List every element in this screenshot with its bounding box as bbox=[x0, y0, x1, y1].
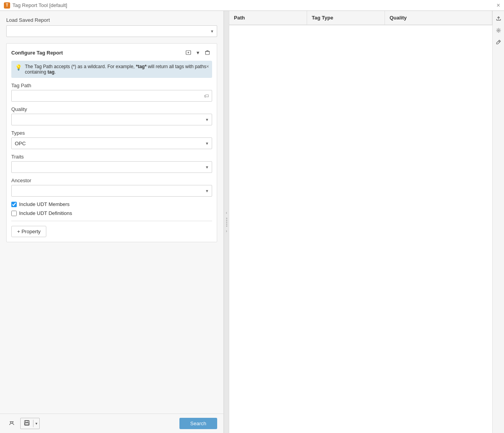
types-group: Types OPC ▼ bbox=[11, 130, 212, 149]
svg-line-16 bbox=[499, 41, 500, 42]
configure-dropdown-button[interactable]: ▾ bbox=[195, 48, 201, 57]
svg-rect-10 bbox=[25, 423, 29, 425]
configure-add-button[interactable] bbox=[184, 49, 193, 56]
ancestor-select[interactable] bbox=[11, 185, 212, 197]
column-tag-type: Tag Type bbox=[307, 11, 385, 25]
table-header: Path Tag Type Quality bbox=[229, 11, 492, 25]
app-icon: T bbox=[4, 2, 10, 9]
info-banner: 💡 The Tag Path accepts (*) as a wildcard… bbox=[11, 61, 212, 78]
load-saved-report-label: Load Saved Report bbox=[6, 17, 217, 23]
traits-label: Traits bbox=[11, 154, 212, 160]
right-toolbar bbox=[492, 11, 504, 433]
clear-button[interactable] bbox=[6, 418, 17, 429]
property-button-label: + Property bbox=[17, 229, 40, 234]
include-udt-members-label[interactable]: Include UDT Members bbox=[19, 201, 70, 207]
configure-section: Configure Tag Report ▾ bbox=[6, 43, 217, 242]
collapse-left-icon[interactable]: ‹ bbox=[226, 210, 227, 216]
tag-path-label: Tag Path bbox=[11, 83, 212, 88]
quality-label: Quality bbox=[11, 106, 212, 112]
property-button[interactable]: + Property bbox=[11, 226, 46, 237]
edit-button[interactable] bbox=[494, 37, 503, 47]
load-saved-report-select[interactable] bbox=[6, 25, 217, 37]
tag-path-input-wrapper: 🏷 bbox=[11, 90, 212, 102]
quality-select[interactable] bbox=[11, 114, 212, 125]
splitter-handle bbox=[226, 218, 227, 227]
types-select[interactable]: OPC bbox=[11, 137, 212, 149]
left-panel-content: Load Saved Report ▼ Configure Tag Report bbox=[0, 11, 223, 414]
configure-delete-button[interactable] bbox=[203, 49, 212, 56]
types-select-wrapper: OPC ▼ bbox=[11, 137, 212, 149]
include-udt-definitions-checkbox[interactable] bbox=[11, 211, 17, 216]
panel-splitter[interactable]: ‹ › bbox=[224, 11, 229, 433]
configure-title: Configure Tag Report bbox=[11, 50, 184, 56]
svg-rect-3 bbox=[205, 51, 209, 55]
configure-header: Configure Tag Report ▾ bbox=[11, 48, 212, 57]
load-saved-report-section: Load Saved Report ▼ bbox=[6, 17, 217, 37]
svg-point-15 bbox=[498, 30, 499, 31]
table-body bbox=[229, 25, 492, 433]
tag-path-group: Tag Path 🏷 bbox=[11, 83, 212, 102]
include-udt-definitions-label[interactable]: Include UDT Definitions bbox=[19, 210, 72, 216]
divider bbox=[11, 221, 212, 221]
include-udt-definitions-group: Include UDT Definitions bbox=[11, 210, 212, 216]
info-text: The Tag Path accepts (*) as a wildcard. … bbox=[25, 64, 208, 75]
ancestor-select-wrapper: ▼ bbox=[11, 185, 212, 197]
ancestor-group: Ancestor ▼ bbox=[11, 178, 212, 197]
right-panel-inner: Path Tag Type Quality bbox=[229, 11, 504, 433]
main-layout: Load Saved Report ▼ Configure Tag Report bbox=[0, 11, 504, 433]
info-icon: 💡 bbox=[15, 64, 22, 70]
settings-button[interactable] bbox=[494, 26, 503, 35]
tag-path-input[interactable] bbox=[11, 90, 212, 102]
svg-rect-9 bbox=[26, 421, 28, 422]
save-button[interactable] bbox=[21, 418, 33, 429]
left-panel: Load Saved Report ▼ Configure Tag Report bbox=[0, 11, 224, 433]
column-path: Path bbox=[229, 11, 307, 25]
save-button-group: ▾ bbox=[20, 418, 40, 429]
right-content: Path Tag Type Quality bbox=[229, 11, 492, 433]
info-close-button[interactable]: × bbox=[206, 64, 209, 69]
save-dropdown-button[interactable]: ▾ bbox=[33, 420, 39, 427]
title-bar: T Tag Report Tool [default] × bbox=[0, 0, 504, 11]
load-saved-report-wrapper: ▼ bbox=[6, 25, 217, 37]
export-button[interactable] bbox=[494, 14, 503, 23]
ancestor-label: Ancestor bbox=[11, 178, 212, 183]
types-label: Types bbox=[11, 130, 212, 136]
column-quality: Quality bbox=[385, 11, 492, 25]
quality-group: Quality ▼ bbox=[11, 106, 212, 125]
configure-actions: ▾ bbox=[184, 48, 212, 57]
traits-group: Traits ▼ bbox=[11, 154, 212, 173]
traits-select-wrapper: ▼ bbox=[11, 161, 212, 173]
close-button[interactable]: × bbox=[497, 2, 500, 9]
expand-right-icon[interactable]: › bbox=[226, 228, 227, 234]
traits-select[interactable] bbox=[11, 161, 212, 173]
include-udt-members-checkbox[interactable] bbox=[11, 202, 17, 207]
bottom-bar: ▾ Search bbox=[0, 414, 223, 433]
include-udt-members-group: Include UDT Members bbox=[11, 201, 212, 207]
search-button[interactable]: Search bbox=[179, 418, 217, 429]
quality-select-wrapper: ▼ bbox=[11, 114, 212, 125]
right-panel: Path Tag Type Quality bbox=[229, 11, 504, 433]
window-title: Tag Report Tool [default] bbox=[12, 2, 67, 8]
